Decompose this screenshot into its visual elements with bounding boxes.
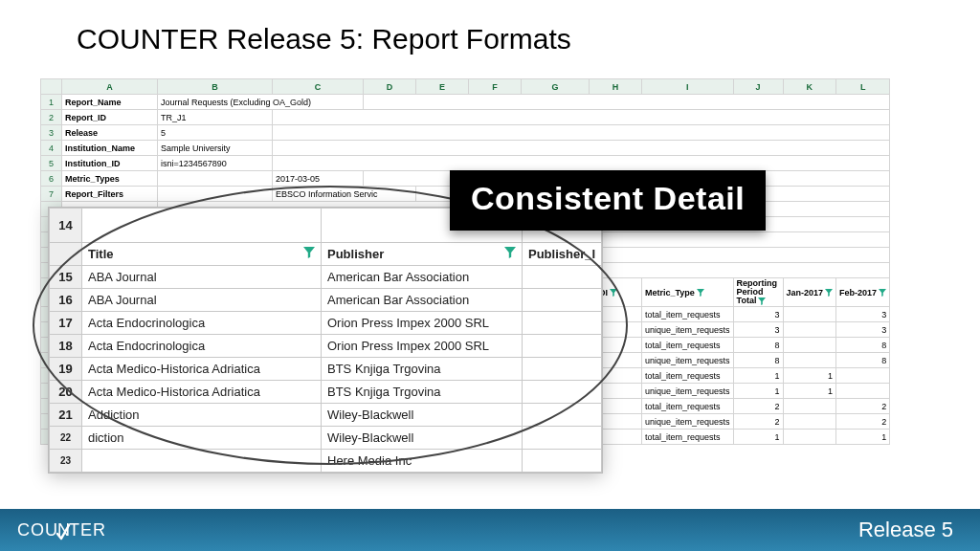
cell[interactable]: 1 — [733, 368, 783, 384]
cell[interactable]: 3 — [836, 307, 890, 322]
cell[interactable]: BTS Knjiga Trgovina — [322, 358, 523, 381]
cell[interactable]: Acta Endocrinologica — [82, 312, 322, 335]
col-b[interactable]: B — [158, 79, 273, 95]
cell[interactable] — [836, 368, 890, 384]
zoom-col-title[interactable]: Title — [82, 243, 322, 266]
cell[interactable]: American Bar Association — [322, 266, 523, 289]
cell[interactable]: isni=1234567890 — [158, 156, 273, 171]
cell[interactable] — [783, 399, 836, 414]
cell[interactable]: 8 — [733, 353, 783, 368]
cell[interactable]: 1 — [783, 368, 836, 384]
cell[interactable]: total_item_requests — [642, 307, 734, 322]
cell[interactable]: BTS Knjiga Trgovina — [322, 381, 523, 404]
cell[interactable]: Institution_ID — [62, 156, 158, 171]
cell[interactable]: 5 — [158, 125, 273, 141]
zoom-col-publisher-id[interactable]: Publisher_I — [523, 243, 602, 266]
col-a[interactable]: A — [62, 79, 158, 95]
col-e[interactable]: E — [416, 79, 469, 95]
col-l[interactable]: L — [836, 79, 890, 95]
col-h[interactable]: H — [590, 79, 642, 95]
cell[interactable]: Wiley-Blackwell — [322, 427, 523, 450]
cell[interactable]: TR_J1 — [158, 110, 273, 125]
cell[interactable]: 1 — [836, 430, 890, 445]
cell[interactable]: unique_item_requests — [642, 353, 734, 368]
filter-icon[interactable] — [303, 247, 315, 261]
cell[interactable]: ABA Journal — [82, 289, 322, 312]
cell[interactable]: Here Media Inc — [322, 450, 523, 473]
cell[interactable] — [783, 322, 836, 338]
cell[interactable]: Sample University — [158, 141, 273, 156]
cell[interactable]: 3 — [733, 307, 783, 322]
cell[interactable]: 1 — [733, 384, 783, 399]
cell[interactable]: Acta Endocrinologica — [82, 335, 322, 358]
cell[interactable]: total_item_requests — [642, 368, 734, 384]
col-jan[interactable]: Jan-2017 — [783, 278, 836, 307]
col-reporting-total[interactable]: Reporting Period Total — [733, 278, 783, 307]
cell[interactable]: 2 — [733, 414, 783, 430]
cell[interactable]: total_item_requests — [642, 399, 734, 414]
cell[interactable]: Acta Medico-Historica Adriatica — [82, 358, 322, 381]
label: Title — [88, 247, 114, 261]
cell[interactable]: Orion Press Impex 2000 SRL — [322, 335, 523, 358]
filter-icon[interactable] — [697, 289, 704, 297]
zoom-col-publisher[interactable]: Publisher — [322, 243, 523, 266]
zoom-row: 22dictionWiley-Blackwell — [50, 427, 602, 450]
col-c[interactable]: C — [273, 79, 364, 95]
cell[interactable]: Report_ID — [62, 110, 158, 125]
cell[interactable]: 3 — [733, 322, 783, 338]
col-i[interactable]: I — [642, 79, 734, 95]
cell[interactable]: Institution_Name — [62, 141, 158, 156]
cell[interactable]: Journal Requests (Excluding OA_Gold) — [158, 95, 364, 110]
col-metric-type[interactable]: Metric_Type — [642, 278, 734, 307]
cell[interactable]: 2 — [836, 399, 890, 414]
col-j[interactable]: J — [733, 79, 783, 95]
cell[interactable] — [783, 338, 836, 353]
cell[interactable]: unique_item_requests — [642, 384, 734, 399]
col-d[interactable]: D — [364, 79, 416, 95]
cell[interactable]: Report_Filters — [62, 187, 158, 202]
slide: COUNTER Release 5: Report Formats A B C … — [0, 0, 980, 551]
filter-icon[interactable] — [610, 289, 617, 297]
cell[interactable]: 1 — [733, 430, 783, 445]
cell[interactable]: Report_Name — [62, 95, 158, 110]
cell[interactable]: diction — [82, 427, 322, 450]
cell[interactable]: Addiction — [82, 404, 322, 427]
cell[interactable]: American Bar Association — [322, 289, 523, 312]
cell[interactable]: 2017-03-05 — [273, 171, 364, 187]
cell[interactable]: Acta Medico-Historica Adriatica — [82, 381, 322, 404]
cell[interactable]: 2 — [836, 414, 890, 430]
cell[interactable] — [783, 414, 836, 430]
label: Jan-2017 — [787, 288, 824, 298]
cell[interactable]: 2 — [733, 399, 783, 414]
cell[interactable] — [836, 384, 890, 399]
cell[interactable]: unique_item_requests — [642, 414, 734, 430]
cell[interactable]: 8 — [733, 338, 783, 353]
cell[interactable]: 8 — [836, 353, 890, 368]
filter-icon[interactable] — [504, 247, 516, 261]
cell[interactable] — [82, 450, 322, 473]
slide-title: COUNTER Release 5: Report Formats — [77, 23, 571, 55]
cell[interactable]: 8 — [836, 338, 890, 353]
filter-icon[interactable] — [879, 289, 886, 297]
cell[interactable]: total_item_requests — [642, 338, 734, 353]
cell[interactable]: 1 — [783, 384, 836, 399]
cell[interactable]: unique_item_requests — [642, 322, 734, 338]
cell[interactable] — [783, 430, 836, 445]
col-feb[interactable]: Feb-2017 — [836, 278, 890, 307]
cell[interactable]: Wiley-Blackwell — [322, 404, 523, 427]
zoom-header-row: Title Publisher Publisher_I — [50, 243, 602, 266]
cell[interactable]: ABA Journal — [82, 266, 322, 289]
col-f[interactable]: F — [469, 79, 522, 95]
cell[interactable]: Orion Press Impex 2000 SRL — [322, 312, 523, 335]
cell[interactable]: EBSCO Information Servic — [273, 187, 416, 202]
cell[interactable]: Metric_Types — [62, 171, 158, 187]
filter-icon[interactable] — [825, 289, 833, 297]
filter-icon[interactable] — [758, 298, 766, 305]
col-k[interactable]: K — [783, 79, 836, 95]
cell[interactable]: Release — [62, 125, 158, 141]
cell[interactable] — [783, 353, 836, 368]
col-g[interactable]: G — [522, 79, 590, 95]
cell[interactable]: 3 — [836, 322, 890, 338]
cell[interactable] — [783, 307, 836, 322]
cell[interactable]: total_item_requests — [642, 430, 734, 445]
